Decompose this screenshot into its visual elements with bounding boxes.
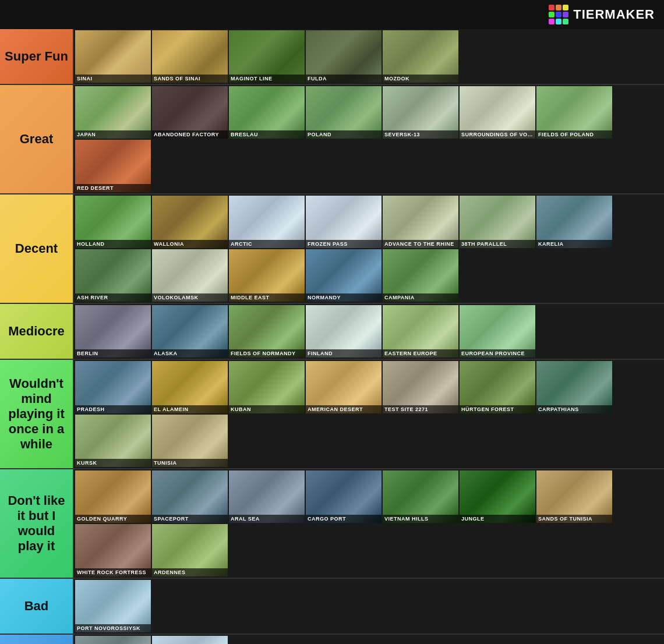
map-card[interactable]: SEVERSK-13: [383, 86, 458, 139]
map-card[interactable]: ARAL SEA: [229, 470, 305, 523]
map-card[interactable]: KUBAN: [229, 361, 305, 413]
map-card-inner: MOZDOK: [383, 30, 458, 83]
map-card[interactable]: ARDENNES: [152, 524, 228, 576]
map-card-inner: EL ALAMEIN: [152, 361, 228, 413]
map-card-inner: BERLIN: [75, 305, 151, 358]
map-card[interactable]: SANDS OF TUNISIA: [536, 470, 612, 523]
map-label: WHITE ROCK FORTRESS: [75, 568, 151, 576]
logo-cell: [556, 5, 561, 10]
map-label: WALLONIA: [152, 240, 228, 248]
map-card[interactable]: ALASKA: [152, 305, 228, 358]
map-card[interactable]: EL ALAMEIN: [152, 361, 228, 413]
map-card-inner: MAGINOT LINE: [229, 30, 305, 83]
map-card-inner: SPACEPORT: [152, 470, 228, 523]
map-card[interactable]: ASH RIVER: [75, 249, 151, 302]
map-card[interactable]: EASTERN EUROPE: [383, 305, 458, 358]
map-card[interactable]: FIELDS OF POLAND: [536, 86, 612, 139]
map-label: ARCTIC: [229, 240, 305, 248]
map-label: CARGO PORT: [306, 515, 382, 523]
tier-items-bad: PORT NOVOROSSIYSK: [73, 579, 664, 634]
map-label: FINLAND: [306, 349, 382, 358]
map-card[interactable]: SINAI: [75, 30, 151, 83]
map-card[interactable]: FINLAND: [306, 305, 382, 358]
map-card[interactable]: GOLDEN QUARRY: [75, 470, 151, 523]
map-card[interactable]: SWEDEN: [75, 636, 151, 644]
map-card-inner: KURSK: [75, 415, 151, 467]
tier-items-terrible: SWEDENSTALINGRAD: [73, 635, 664, 644]
map-card[interactable]: KARELIA: [536, 196, 612, 248]
logo-cell: [549, 12, 554, 17]
map-card[interactable]: ADVANCE TO THE RHINE: [383, 196, 458, 248]
map-card[interactable]: CARPATHIANS: [536, 361, 612, 413]
map-card-inner: KARELIA: [536, 196, 612, 248]
map-card[interactable]: WHITE ROCK FORTRESS: [75, 524, 151, 576]
map-card[interactable]: JUNGLE: [460, 470, 535, 523]
map-card[interactable]: SPACEPORT: [152, 470, 228, 523]
map-card[interactable]: HOLLAND: [75, 196, 151, 248]
map-card[interactable]: BRESLAU: [229, 86, 305, 139]
map-card[interactable]: FULDA: [306, 30, 382, 83]
map-card[interactable]: SANDS OF SINAI: [152, 30, 228, 83]
map-label: KARELIA: [536, 240, 612, 248]
tier-row-mediocre: MediocreBERLINALASKAFIELDS OF NORMANDYFI…: [0, 304, 664, 360]
map-card-inner: HÜRTGEN FOREST: [460, 361, 535, 413]
map-label: FULDA: [306, 75, 382, 83]
map-card[interactable]: 38TH PARALLEL: [460, 196, 535, 248]
logo-cell: [556, 19, 561, 24]
map-card[interactable]: MOZDOK: [383, 30, 458, 83]
logo-cell: [549, 5, 554, 10]
map-card[interactable]: JAPAN: [75, 86, 151, 139]
map-label: HÜRTGEN FOREST: [460, 405, 535, 413]
map-card[interactable]: FIELDS OF NORMANDY: [229, 305, 305, 358]
logo-cell: [556, 12, 561, 17]
map-label: EUROPEAN PROVINCE: [460, 349, 535, 358]
map-card[interactable]: POLAND: [306, 86, 382, 139]
map-card[interactable]: VIETNAM HILLS: [383, 470, 458, 523]
map-label: EASTERN EUROPE: [383, 349, 458, 358]
tier-label-terrible: Terrible: [0, 635, 73, 644]
map-label: EL ALAMEIN: [152, 405, 228, 413]
tier-row-super-fun: Super FunSINAISANDS OF SINAIMAGINOT LINE…: [0, 29, 664, 85]
map-card[interactable]: TEST SITE 2271: [383, 361, 458, 413]
map-card[interactable]: CAMPANIA: [383, 249, 458, 302]
map-card[interactable]: PRADESH: [75, 361, 151, 413]
map-card[interactable]: TUNISIA: [152, 415, 228, 467]
map-card[interactable]: CARGO PORT: [306, 470, 382, 523]
map-label: MAGINOT LINE: [229, 75, 305, 83]
map-label: SPACEPORT: [152, 515, 228, 523]
map-card[interactable]: RED DESERT: [75, 140, 151, 192]
map-card[interactable]: BERLIN: [75, 305, 151, 358]
map-card[interactable]: HÜRTGEN FOREST: [460, 361, 535, 413]
map-card-inner: CAMPANIA: [383, 249, 458, 302]
map-card[interactable]: AMERICAN DESERT: [306, 361, 382, 413]
map-label: JAPAN: [75, 130, 151, 139]
map-card[interactable]: VOLOKOLAMSK: [152, 249, 228, 302]
map-card[interactable]: NORMANDY: [306, 249, 382, 302]
logo-cell: [563, 5, 568, 10]
map-card[interactable]: STALINGRAD: [152, 636, 228, 644]
map-card-inner: TUNISIA: [152, 415, 228, 467]
map-card[interactable]: PORT NOVOROSSIYSK: [75, 580, 151, 632]
map-label: SANDS OF TUNISIA: [536, 515, 612, 523]
map-label: ADVANCE TO THE RHINE: [383, 240, 458, 248]
map-card[interactable]: ABANDONED FACTORY: [152, 86, 228, 139]
map-card[interactable]: SURROUNDINGS OF VOLOKOLAMSK: [460, 86, 535, 139]
map-card[interactable]: WALLONIA: [152, 196, 228, 248]
logo-text: TiERMAKER: [573, 7, 655, 22]
map-label: ARDENNES: [152, 568, 228, 576]
header: TiERMAKER: [0, 0, 664, 29]
map-card-inner: JAPAN: [75, 86, 151, 139]
tier-items-dont-like: GOLDEN QUARRYSPACEPORTARAL SEACARGO PORT…: [73, 469, 664, 578]
map-card[interactable]: FROZEN PASS: [306, 196, 382, 248]
map-card-inner: JUNGLE: [460, 470, 535, 523]
map-card-inner: PRADESH: [75, 361, 151, 413]
map-card[interactable]: KURSK: [75, 415, 151, 467]
map-card[interactable]: MAGINOT LINE: [229, 30, 305, 83]
map-label: BERLIN: [75, 349, 151, 358]
map-card[interactable]: EUROPEAN PROVINCE: [460, 305, 535, 358]
map-card[interactable]: MIDDLE EAST: [229, 249, 305, 302]
map-card[interactable]: ARCTIC: [229, 196, 305, 248]
tier-row-great: GreatJAPANABANDONED FACTORYBRESLAUPOLAND…: [0, 85, 664, 194]
tier-items-mediocre: BERLINALASKAFIELDS OF NORMANDYFINLANDEAS…: [73, 304, 664, 359]
map-card-inner: EASTERN EUROPE: [383, 305, 458, 358]
